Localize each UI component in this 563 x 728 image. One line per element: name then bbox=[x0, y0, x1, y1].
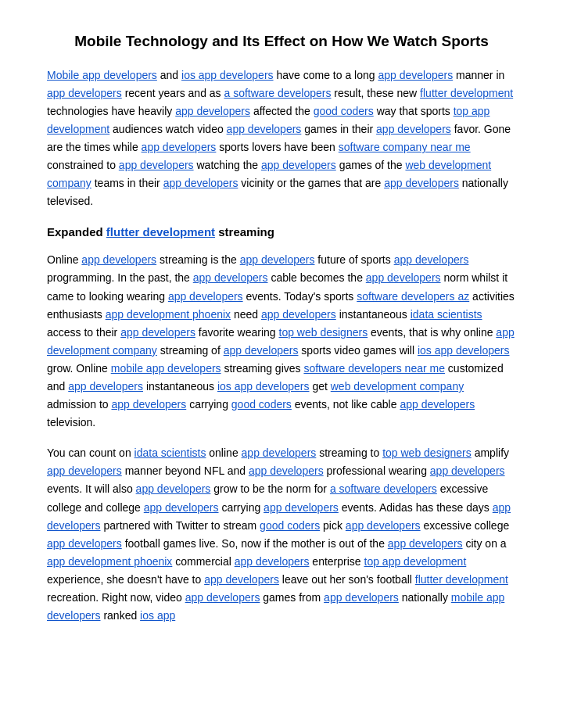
link-app-developers-co-9[interactable]: app developers bbox=[346, 519, 421, 532]
text-co-11: events. Adidas has these days bbox=[342, 501, 493, 514]
link-mobile-app-developers-2[interactable]: mobile app developers bbox=[111, 362, 221, 375]
text-co-3: streaming to bbox=[319, 446, 382, 459]
text-co-22: games from bbox=[263, 591, 324, 604]
text-es-17: streaming gives bbox=[224, 362, 303, 375]
link-top-app-development-2[interactable]: top app development bbox=[364, 555, 467, 568]
link-idata-scientists-1[interactable]: idata scientists bbox=[411, 308, 482, 321]
link-flutter-development-1[interactable]: flutter development bbox=[420, 87, 513, 99]
text-es-1: Online bbox=[47, 253, 81, 266]
link-web-development-company-2[interactable]: web development company bbox=[331, 380, 464, 393]
text-co-2: online bbox=[209, 446, 241, 459]
link-software-developers-near-me-1[interactable]: software developers near me bbox=[303, 362, 445, 375]
link-app-developers-es-5[interactable]: app developers bbox=[366, 271, 441, 284]
link-app-developers-co-5[interactable]: app developers bbox=[136, 482, 211, 495]
text-co-20: leave out her son's football bbox=[282, 573, 415, 586]
text-and: and bbox=[160, 69, 181, 81]
text-16: vicinity or the games that are bbox=[241, 177, 384, 189]
text-3: recent years and as bbox=[125, 87, 224, 99]
text-co-17: commercial bbox=[175, 555, 234, 568]
link-app-developers-co-7[interactable]: app developers bbox=[264, 501, 339, 514]
link-good-coders-1[interactable]: good coders bbox=[314, 105, 374, 117]
link-app-developers-co-12[interactable]: app developers bbox=[235, 555, 310, 568]
link-ios-app-developers-1[interactable]: ios app developers bbox=[181, 69, 274, 81]
section-heading-expanded: Expanded flutter development streaming bbox=[47, 223, 516, 242]
link-app-developers-8[interactable]: app developers bbox=[261, 159, 336, 171]
link-flutter-development-heading[interactable]: flutter development bbox=[106, 225, 215, 238]
link-ios-app-4[interactable]: ios app bbox=[140, 609, 175, 622]
expanded-streaming-paragraph: Online app developers streaming is the a… bbox=[47, 251, 516, 432]
link-app-developers-es-9[interactable]: app developers bbox=[224, 344, 299, 357]
text-11: sports lovers have been bbox=[219, 141, 339, 153]
link-app-developers-es-6[interactable]: app developers bbox=[168, 290, 243, 303]
link-app-developers-es-8[interactable]: app developers bbox=[120, 326, 195, 339]
text-6: affected the bbox=[253, 105, 314, 117]
link-app-developers-co-1[interactable]: app developers bbox=[242, 446, 317, 459]
link-app-developers-es-3[interactable]: app developers bbox=[394, 253, 469, 266]
link-ios-app-developers-3[interactable]: ios app developers bbox=[217, 380, 310, 393]
link-app-developers-es-10[interactable]: app developers bbox=[68, 380, 143, 393]
link-app-developers-es-11[interactable]: app developers bbox=[111, 398, 186, 411]
text-15: teams in their bbox=[95, 177, 163, 189]
text-es-22: carrying bbox=[189, 398, 231, 411]
link-app-developers-es-4[interactable]: app developers bbox=[193, 271, 268, 284]
text-es-5: cable becomes the bbox=[271, 271, 365, 284]
link-app-developers-9[interactable]: app developers bbox=[163, 177, 238, 189]
text-co-19: experience, she doesn't have to bbox=[47, 573, 204, 586]
text-co-6: professional wearing bbox=[327, 464, 430, 477]
text-co-15: football games live. So, now if the moth… bbox=[125, 537, 388, 550]
text-es-14: streaming of bbox=[160, 344, 224, 357]
link-app-developers-es-7[interactable]: app developers bbox=[261, 308, 336, 321]
link-app-developers-es-2[interactable]: app developers bbox=[240, 253, 315, 266]
link-app-developers-4[interactable]: app developers bbox=[227, 123, 302, 135]
link-software-company-near-me-1[interactable]: software company near me bbox=[339, 141, 471, 153]
link-app-developers-co-11[interactable]: app developers bbox=[388, 537, 463, 550]
link-app-developers-3[interactable]: app developers bbox=[175, 105, 250, 117]
text-es-11: access to their bbox=[47, 326, 120, 339]
link-app-developers-es-12[interactable]: app developers bbox=[400, 398, 475, 411]
text-14: games of the bbox=[339, 159, 406, 171]
link-mobile-app-developers-1[interactable]: Mobile app developers bbox=[47, 69, 157, 81]
link-app-developers-es-1[interactable]: app developers bbox=[81, 253, 156, 266]
link-app-developers-6[interactable]: app developers bbox=[142, 141, 217, 153]
text-co-18: enterprise bbox=[312, 555, 364, 568]
page-container: Mobile Technology and Its Effect on How … bbox=[0, 0, 563, 728]
link-app-developers-co-6[interactable]: app developers bbox=[144, 501, 219, 514]
link-app-developers-co-3[interactable]: app developers bbox=[249, 464, 324, 477]
link-app-developers-co-14[interactable]: app developers bbox=[185, 591, 260, 604]
link-app-development-phoenix-2[interactable]: app development phoenix bbox=[47, 555, 172, 568]
link-app-developers-co-15[interactable]: app developers bbox=[324, 591, 399, 604]
link-a-software-developers-1[interactable]: a software developers bbox=[224, 87, 332, 99]
link-top-web-designers-1[interactable]: top web designers bbox=[279, 326, 368, 339]
link-app-developers-co-2[interactable]: app developers bbox=[47, 464, 122, 477]
text-es-3: future of sports bbox=[317, 253, 393, 266]
link-software-developers-az[interactable]: software developers az bbox=[357, 290, 469, 303]
link-app-development-phoenix-1[interactable]: app development phoenix bbox=[106, 308, 231, 321]
text-co-23: nationally bbox=[402, 591, 451, 604]
text-es-9: need bbox=[234, 308, 261, 321]
link-app-developers-co-13[interactable]: app developers bbox=[204, 573, 279, 586]
text-es-13: events, that is why online bbox=[371, 326, 496, 339]
link-app-developers-10[interactable]: app developers bbox=[384, 177, 459, 189]
link-ios-app-developers-2[interactable]: ios app developers bbox=[418, 344, 510, 357]
text-2: manner in bbox=[456, 69, 504, 81]
link-a-software-developers-2[interactable]: a software developers bbox=[330, 482, 437, 495]
link-good-coders-3[interactable]: good coders bbox=[260, 519, 320, 532]
link-flutter-development-2[interactable]: flutter development bbox=[415, 573, 508, 586]
link-app-developers-1[interactable]: app developers bbox=[378, 69, 453, 81]
text-es-19: instantaneous bbox=[146, 380, 217, 393]
text-co-14: excessive college bbox=[424, 519, 510, 532]
link-app-developers-5[interactable]: app developers bbox=[376, 123, 451, 135]
link-app-developers-co-4[interactable]: app developers bbox=[430, 464, 505, 477]
link-good-coders-2[interactable]: good coders bbox=[231, 398, 292, 411]
link-app-developers-co-10[interactable]: app developers bbox=[47, 537, 122, 550]
text-co-10: carrying bbox=[221, 501, 264, 514]
text-5: technologies have heavily bbox=[47, 105, 175, 117]
text-9: games in their bbox=[304, 123, 376, 135]
text-12: constrained to bbox=[47, 159, 119, 171]
link-top-web-designers-2[interactable]: top web designers bbox=[382, 446, 472, 459]
link-idata-scientists-2[interactable]: idata scientists bbox=[134, 446, 206, 459]
count-on-paragraph: You can count on idata scientists online… bbox=[47, 444, 516, 625]
link-app-developers-2[interactable]: app developers bbox=[47, 87, 122, 99]
link-app-developers-7[interactable]: app developers bbox=[119, 159, 194, 171]
text-co-7: events. It will also bbox=[47, 482, 136, 495]
